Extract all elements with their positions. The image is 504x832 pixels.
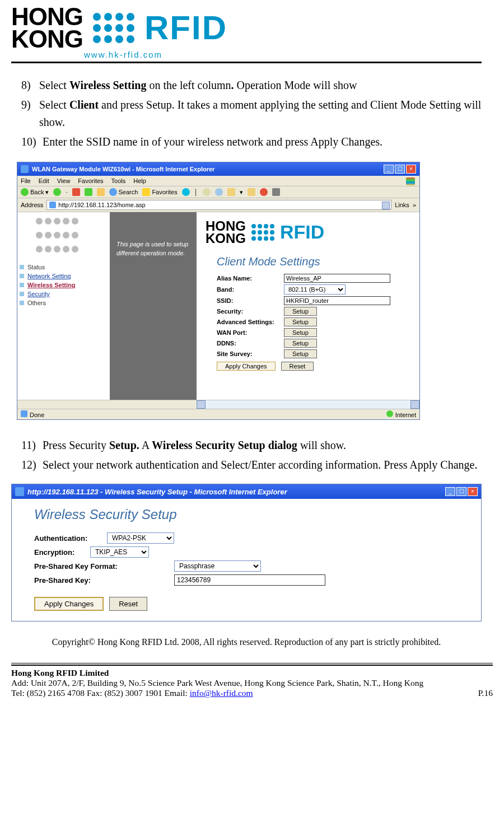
- alias-input[interactable]: [284, 274, 390, 283]
- links-button[interactable]: Links: [395, 202, 409, 208]
- step-10: 10) Enter the SSID name in of your wirel…: [21, 133, 482, 151]
- ie-icon: [21, 165, 29, 173]
- footer-email-link[interactable]: info@hk-rfid.com: [190, 688, 253, 698]
- ssid-input[interactable]: [284, 296, 390, 305]
- security-setup-button[interactable]: Setup: [284, 307, 317, 316]
- window-titlebar: http://192.168.11.123 - Wireless Securit…: [12, 484, 481, 499]
- enc-label: Encryption:: [34, 548, 90, 557]
- pattern-icon: [36, 218, 92, 257]
- auth-label: Authentication:: [34, 534, 107, 543]
- toolbar-icon[interactable]: [248, 188, 255, 196]
- back-button[interactable]: Back ▾: [21, 188, 49, 196]
- step-12: 12) Select your network authentication a…: [21, 456, 482, 474]
- footer-company: Hong Kong RFID Limited: [11, 668, 109, 677]
- minimize-button[interactable]: _: [384, 165, 394, 174]
- windows-flag-icon: [406, 177, 415, 185]
- toolbar-icon[interactable]: [272, 188, 280, 196]
- chevron-right-icon[interactable]: »: [413, 202, 416, 208]
- globe-icon: [386, 410, 393, 417]
- logo-hk-line2: KONG: [11, 28, 83, 50]
- brand-header: HONG KONG RFID: [11, 6, 482, 53]
- ddns-setup-button[interactable]: Setup: [284, 339, 317, 348]
- side-description: This page is used to setup different ope…: [110, 212, 197, 400]
- footer-contact: Tel: (852) 2165 4708 Fax: (852) 3007 190…: [11, 688, 190, 698]
- psk-input[interactable]: [174, 574, 325, 586]
- horizontal-scrollbar[interactable]: [17, 400, 419, 409]
- ddns-label: DDNS:: [206, 340, 284, 347]
- logo-hk-line1: HONG: [11, 6, 83, 28]
- nav-sidebar: Status Network Setting Wireless Setting …: [17, 212, 110, 400]
- survey-setup-button[interactable]: Setup: [284, 349, 317, 358]
- maximize-button[interactable]: ☐: [456, 487, 466, 496]
- stop-button[interactable]: [72, 188, 80, 196]
- apply-changes-button[interactable]: Apply Changes: [217, 362, 276, 371]
- scroll-left-icon[interactable]: [197, 400, 206, 409]
- advanced-label: Advanced Settings:: [206, 319, 284, 325]
- footer-address: Add: Unit 207A, 2/F, Building 9, No.5 Sc…: [11, 678, 493, 688]
- scroll-right-icon[interactable]: [410, 400, 419, 409]
- maximize-button[interactable]: ☐: [395, 165, 405, 174]
- favorites-button[interactable]: Favorites: [142, 188, 177, 196]
- auth-select[interactable]: WPA2-PSK: [107, 532, 174, 544]
- nav-others[interactable]: Others: [17, 298, 110, 307]
- search-button[interactable]: Search: [109, 188, 138, 196]
- copyright: Copyright© Hong Kong RFID Ltd. 2008, All…: [11, 637, 482, 647]
- nav-network-setting[interactable]: Network Setting: [17, 272, 110, 281]
- forward-button[interactable]: [53, 188, 61, 196]
- menu-file[interactable]: File: [21, 177, 31, 184]
- reset-button[interactable]: Reset: [109, 597, 147, 611]
- menu-help[interactable]: Help: [133, 177, 146, 184]
- page-icon: [21, 410, 27, 417]
- main-panel: HONG KONG RFID Client Mode Settings Alia…: [197, 212, 419, 400]
- menu-edit[interactable]: Edit: [39, 177, 49, 184]
- wan-setup-button[interactable]: Setup: [284, 328, 317, 337]
- apply-changes-button[interactable]: Apply Changes: [34, 597, 104, 611]
- screenshot-security-setup: http://192.168.11.123 - Wireless Securit…: [11, 484, 482, 621]
- address-label: Address: [21, 202, 43, 208]
- alias-label: Alias Name:: [206, 275, 284, 282]
- refresh-button[interactable]: [85, 188, 92, 196]
- step-8: 8) Select Wireless Setting on the left c…: [21, 77, 482, 94]
- address-input[interactable]: http://192.168.11.123/home.asp: [46, 200, 391, 210]
- header-rule: [11, 62, 482, 63]
- window-title: http://192.168.11.123 - Wireless Securit…: [27, 488, 442, 496]
- advanced-setup-button[interactable]: Setup: [284, 317, 317, 326]
- panel-heading: Client Mode Settings: [217, 255, 410, 268]
- menu-tools[interactable]: Tools: [111, 177, 126, 184]
- nav-wireless-setting[interactable]: Wireless Setting: [17, 281, 110, 289]
- toolbar-icon[interactable]: [260, 188, 268, 196]
- close-button[interactable]: ×: [468, 487, 478, 496]
- logo-rfid: RFID: [144, 8, 227, 47]
- security-label: Security:: [206, 308, 284, 315]
- reset-button[interactable]: Reset: [281, 362, 314, 371]
- page-number: P.16: [478, 688, 493, 698]
- pskf-label: Pre-Shared Key Format:: [34, 562, 174, 571]
- enc-select[interactable]: TKIP_AES: [90, 546, 149, 558]
- pskf-select[interactable]: Passphrase: [174, 560, 261, 572]
- panel-logo: HONG KONG RFID: [206, 220, 410, 244]
- logo-dots-icon: [93, 13, 134, 43]
- address-dropdown-icon[interactable]: [382, 202, 390, 209]
- ssid-label: SSID:: [206, 297, 284, 304]
- menu-favorites[interactable]: Favorites: [78, 177, 103, 184]
- status-bar: Done Internet: [17, 409, 419, 419]
- nav-status[interactable]: Status: [17, 263, 110, 272]
- ie-icon: [15, 487, 24, 496]
- history-button[interactable]: [182, 188, 190, 196]
- step-11: 11) Press Security Setup. A Wireless Sec…: [21, 437, 482, 454]
- nav-security[interactable]: Security: [17, 289, 110, 298]
- step-9: 9) Select Client and press Setup. It tak…: [21, 96, 482, 131]
- mail-icon[interactable]: [227, 188, 235, 196]
- screenshot-client-mode: WLAN Gateway Module WIZ610wi - Microsoft…: [17, 162, 420, 420]
- toolbar-icon[interactable]: [215, 188, 223, 196]
- menu-view[interactable]: View: [57, 177, 71, 184]
- survey-label: Site Survey:: [206, 350, 284, 357]
- toolbar-icon[interactable]: [203, 188, 211, 196]
- home-button[interactable]: [97, 188, 105, 196]
- close-button[interactable]: ×: [406, 165, 416, 174]
- toolbar: Back ▾ · Search Favorites │ ▾: [17, 186, 419, 198]
- minimize-button[interactable]: _: [445, 487, 455, 496]
- band-select[interactable]: 802.11 (B+G): [284, 284, 346, 295]
- logo-url: www.hk-rfid.com: [84, 50, 482, 59]
- dialog-heading: Wireless Security Setup: [34, 507, 470, 522]
